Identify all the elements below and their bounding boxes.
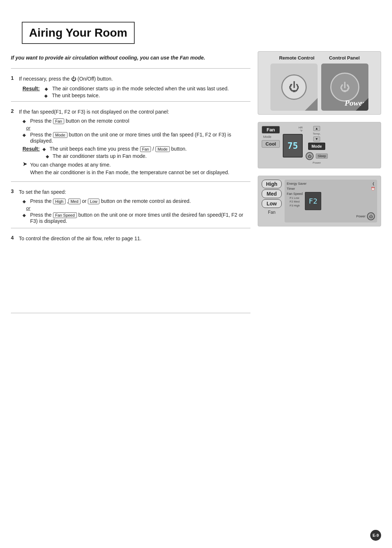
section-1-main: If necessary, press the ⏻ (On/Off) butto… bbox=[19, 75, 250, 83]
med-btn-inline: Med bbox=[68, 199, 80, 204]
section-number-4: 4 bbox=[11, 235, 14, 241]
energy-saver-label: Energy Saver bbox=[287, 182, 307, 185]
section-4-main: To control the direction of the air flow… bbox=[19, 235, 250, 242]
diamond-icon-2a: ◆ bbox=[23, 119, 26, 124]
energy-saver-icon: ❬ bbox=[372, 182, 375, 185]
power-label-panel: Power bbox=[313, 161, 321, 164]
high-btn-inline: High bbox=[53, 199, 66, 204]
result-label-2: Result: bbox=[23, 146, 40, 152]
power-small-circle: ⏻ bbox=[306, 152, 314, 160]
fan-btn-inline-2: Fan bbox=[140, 146, 151, 152]
sleep-btn: Sleep bbox=[316, 154, 328, 159]
result-2-item-1: The air conditioner starts up in Fan mod… bbox=[53, 153, 147, 159]
power-btn-circle-control: ⏻ bbox=[330, 73, 359, 102]
low-speed-btn: Low bbox=[262, 199, 282, 208]
section-2-note: You can change modes at any time. When t… bbox=[30, 161, 229, 176]
f2-label: F2 Med bbox=[290, 200, 300, 204]
mode-display: Fan Mode Cool HR°F 75 ▲ Temp. ▼ bbox=[262, 126, 377, 164]
fan-speed-panel-group: High Med Low Fan Energy Saver ❬ Timer bbox=[258, 176, 381, 226]
diamond-icon-2c: ◆ bbox=[42, 147, 46, 152]
result-item-1-1: The unit beeps twice. bbox=[52, 93, 100, 98]
section-3-bullet-1: Press the High ,Med or Low button on the… bbox=[30, 198, 191, 204]
section-number-1: 1 bbox=[11, 75, 14, 81]
control-power-display: ⏻ Power bbox=[321, 64, 368, 111]
result-2-item-0: The unit beeps each time you press the F… bbox=[49, 146, 187, 152]
remote-power-display: ⏻ bbox=[270, 64, 318, 111]
section-number-3: 3 bbox=[11, 188, 14, 194]
section-3: 3 To set the fan speed: ◆ Press the High… bbox=[11, 181, 250, 228]
med-speed-btn: Med bbox=[262, 189, 282, 198]
section-3-bullet-2: Press the Fan Speed button on the unit o… bbox=[30, 212, 250, 224]
mode-btn-inline-2: Mode bbox=[155, 146, 170, 152]
temp-label: Temp. bbox=[313, 132, 321, 135]
mode-right-controls: ▲ Temp. ▼ Mode ⏻ Sleep Power bbox=[306, 126, 328, 164]
intro-text: If you want to provide air circulation w… bbox=[11, 54, 250, 62]
diamond-icon-3a: ◆ bbox=[23, 199, 26, 204]
fan-power-icon: ⏻ bbox=[367, 212, 375, 220]
f1-label: F1 Low bbox=[290, 196, 300, 200]
up-arrow-btn: ▲ bbox=[313, 126, 320, 131]
fan-speed-btn-inline: Fan Speed bbox=[53, 212, 77, 218]
f3-label: F3 High bbox=[290, 204, 300, 208]
mode-sublabel: Mode bbox=[263, 135, 280, 139]
mode-lcd: 75 bbox=[283, 134, 303, 158]
power-icon-remote: ⏻ bbox=[289, 81, 299, 93]
section-2: 2 If the fan speed(F1, F2 or F3) is not … bbox=[11, 101, 250, 181]
mode-labels-left: Fan Mode Cool bbox=[262, 126, 280, 148]
result-item-1-0: The air conditioner starts up in the mod… bbox=[52, 86, 229, 91]
high-speed-btn: High bbox=[262, 180, 282, 188]
fan-power-label: Power bbox=[356, 214, 366, 218]
diamond-icon-1b: ◆ bbox=[44, 93, 48, 98]
diamond-icon-2b: ◆ bbox=[23, 132, 26, 138]
fan-speed-group: F1 Low F2 Med F3 High bbox=[290, 196, 300, 208]
energy-saver-item: Energy Saver ❬ bbox=[287, 182, 375, 185]
or-label-1: or bbox=[26, 125, 250, 131]
result-label-1: Result: bbox=[23, 86, 42, 91]
fan-btn-inline: Fan bbox=[53, 118, 64, 124]
timer-item: Timer ⏰ bbox=[287, 187, 375, 191]
cool-mode-label: Cool bbox=[262, 140, 280, 148]
section-4: 4 To control the direction of the air fl… bbox=[11, 228, 250, 248]
power-panel-group: Remote Control Control Panel ⏻ bbox=[258, 51, 381, 115]
or-label-2: or bbox=[26, 205, 250, 211]
chevron-decoration-1 bbox=[305, 98, 318, 111]
mode-panel-group: Fan Mode Cool HR°F 75 ▲ Temp. ▼ bbox=[258, 122, 381, 168]
fan-panel: High Med Low Fan Energy Saver ❬ Timer bbox=[262, 180, 377, 222]
clock-icon: ⏰ bbox=[371, 187, 375, 191]
arrow-icon-1: ➤ bbox=[23, 160, 27, 167]
power-btn-circle-remote: ⏻ bbox=[281, 74, 307, 100]
section-2-bullet-2: Press the Mode button on the unit one or… bbox=[30, 132, 250, 144]
chevron-decoration-2 bbox=[356, 98, 368, 111]
down-arrow-btn: ▼ bbox=[313, 136, 320, 142]
section-1: 1 If necessary, press the ⏻ (On/Off) but… bbox=[11, 68, 250, 101]
page-title: Airing Your Room bbox=[29, 26, 127, 40]
fan-label-plain: Fan bbox=[262, 210, 282, 215]
mode-btn-inline: Mode bbox=[53, 132, 68, 138]
diamond-icon-1: ◆ bbox=[45, 86, 48, 91]
section-3-main: To set the fan speed: bbox=[19, 188, 250, 196]
diamond-icon-2d: ◆ bbox=[46, 154, 49, 159]
fan-speed-labels: High Med Low Fan bbox=[262, 180, 282, 222]
low-btn-inline: Low bbox=[88, 199, 99, 204]
page-number: E-9 bbox=[370, 530, 381, 541]
fan-mode-label: Fan bbox=[262, 126, 280, 134]
remote-control-label: Remote Control bbox=[279, 55, 315, 61]
fan-speed-label: Fan Speed bbox=[287, 192, 303, 196]
fan-control-panel: Energy Saver ❬ Timer ⏰ Fan Spe bbox=[285, 180, 377, 222]
diamond-icon-3b: ◆ bbox=[23, 213, 26, 218]
section-2-main: If the fan speed(F1, F2 or F3) is not di… bbox=[19, 108, 250, 116]
power-icon-control: ⏻ bbox=[340, 81, 350, 93]
section-number-2: 2 bbox=[11, 108, 14, 114]
fan-lcd: F2 bbox=[305, 192, 321, 210]
mode-btn-panel: Mode bbox=[308, 143, 325, 150]
control-panel-label: Control Panel bbox=[329, 55, 360, 61]
section-2-bullet-1: Press the Fan button on the remote contr… bbox=[30, 118, 129, 124]
timer-label: Timer bbox=[287, 187, 295, 191]
